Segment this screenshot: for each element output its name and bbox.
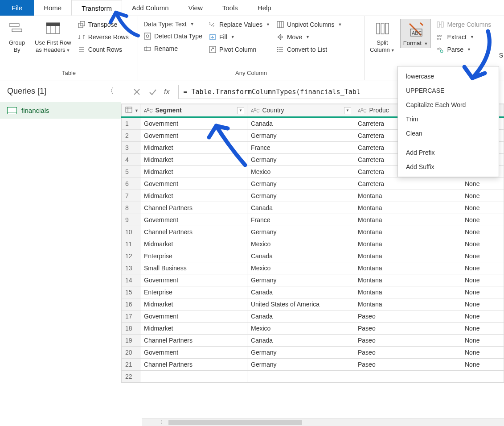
cell[interactable]: Germany (247, 274, 354, 286)
table-row[interactable]: 21Channel PartnersGermanyPaseoNone (122, 359, 504, 371)
row-number[interactable]: 8 (122, 202, 140, 214)
row-number[interactable]: 17 (122, 310, 140, 323)
cell[interactable]: Paseo (354, 335, 461, 347)
cell[interactable]: Montana (354, 214, 461, 226)
tab-tools[interactable]: Tools (213, 0, 248, 16)
table-row[interactable]: 6GovernmentGermanyCarreteraNone (122, 178, 504, 190)
cell[interactable]: Montana (354, 262, 461, 274)
count-rows-button[interactable]: Count Rows (77, 45, 130, 54)
cell[interactable]: Government (140, 130, 247, 142)
cell[interactable]: Mexico (247, 238, 354, 250)
format-button[interactable]: ABC Format ▼ (400, 19, 431, 48)
split-column-button[interactable]: Split Column▼ (369, 19, 396, 54)
table-row[interactable]: 8Channel PartnersCanadaMontanaNone (122, 202, 504, 214)
cell[interactable]: Canada (247, 310, 354, 323)
rename-button[interactable]: Rename (143, 44, 203, 54)
cell[interactable] (140, 371, 247, 383)
table-row[interactable]: 9GovernmentFranceMontanaNone (122, 214, 504, 226)
cell[interactable]: Canada (247, 117, 354, 130)
row-number[interactable]: 15 (122, 286, 140, 298)
cell[interactable]: Government (140, 310, 247, 323)
cell[interactable]: None (461, 178, 504, 190)
row-number[interactable]: 14 (122, 274, 140, 286)
row-number[interactable]: 10 (122, 226, 140, 238)
cell[interactable]: None (461, 274, 504, 286)
tab-file[interactable]: File (0, 0, 34, 16)
extract-button[interactable]: ABC123 Extract▼ (435, 32, 492, 42)
row-number[interactable]: 6 (122, 178, 140, 190)
format-lowercase[interactable]: lowercase (398, 69, 499, 83)
cell[interactable]: Paseo (354, 323, 461, 335)
cell[interactable]: Enterprise (140, 286, 247, 298)
cell[interactable]: Government (140, 274, 247, 286)
cell[interactable]: None (461, 238, 504, 250)
table-row[interactable]: 12EnterpriseCanadaMontanaNone (122, 250, 504, 262)
row-number[interactable]: 22 (122, 371, 140, 383)
cell[interactable]: Montana (354, 190, 461, 202)
row-number[interactable]: 13 (122, 262, 140, 274)
cell[interactable]: Germany (247, 178, 354, 190)
formula-commit-icon[interactable] (148, 87, 158, 97)
horizontal-scrollbar[interactable]: 〈 (142, 418, 504, 426)
cell[interactable] (247, 371, 354, 383)
cell[interactable]: Canada (247, 250, 354, 262)
row-selector-header[interactable]: ▼ (122, 104, 140, 117)
row-number[interactable]: 18 (122, 323, 140, 335)
cell[interactable]: Mexico (247, 166, 354, 178)
row-number[interactable]: 11 (122, 238, 140, 250)
cell[interactable]: None (461, 298, 504, 310)
table-row[interactable]: 15EnterpriseCanadaMontanaNone (122, 286, 504, 298)
cell[interactable]: France (247, 142, 354, 154)
cell[interactable]: Germany (247, 347, 354, 359)
format-add-prefix[interactable]: Add Prefix (398, 145, 499, 160)
fill-button[interactable]: Fill▼ (208, 32, 271, 42)
column-filter-icon[interactable]: ▼ (237, 107, 244, 114)
cell[interactable]: Midmarket (140, 298, 247, 310)
table-row[interactable]: 20GovernmentGermanyPaseoNone (122, 347, 504, 359)
merge-columns-button[interactable]: Merge Columns (435, 20, 492, 29)
row-number[interactable]: 7 (122, 190, 140, 202)
cell[interactable] (461, 371, 504, 383)
reverse-rows-button[interactable]: Reverse Rows (77, 32, 130, 42)
table-row[interactable]: 16MidmarketUnited States of AmericaMonta… (122, 298, 504, 310)
format-add-suffix[interactable]: Add Suffix (398, 160, 499, 174)
column-header-segment[interactable]: ABC Segment ▼ (140, 104, 247, 117)
transpose-button[interactable]: Transpose (77, 20, 130, 29)
cell[interactable]: United States of America (247, 298, 354, 310)
cell[interactable]: Government (140, 117, 247, 130)
cell[interactable]: None (461, 190, 504, 202)
cell[interactable]: Montana (354, 286, 461, 298)
cell[interactable]: Paseo (354, 359, 461, 371)
cell[interactable]: Paseo (354, 347, 461, 359)
cell[interactable]: None (461, 250, 504, 262)
cell[interactable]: Small Business (140, 262, 247, 274)
tab-transform[interactable]: Transform (71, 0, 122, 16)
row-number[interactable]: 3 (122, 142, 140, 154)
cell[interactable]: Channel Partners (140, 335, 247, 347)
cell[interactable]: Government (140, 214, 247, 226)
cell[interactable]: Government (140, 178, 247, 190)
table-row[interactable]: 22 (122, 371, 504, 383)
convert-to-list-button[interactable]: Convert to List (275, 45, 343, 54)
cell[interactable]: Mexico (247, 262, 354, 274)
row-number[interactable]: 20 (122, 347, 140, 359)
format-uppercase[interactable]: UPPERCASE (398, 83, 499, 98)
cell[interactable]: None (461, 262, 504, 274)
cell[interactable]: None (461, 310, 504, 323)
row-number[interactable]: 9 (122, 214, 140, 226)
row-number[interactable]: 2 (122, 130, 140, 142)
parse-button[interactable]: abc Parse▼ (435, 45, 492, 54)
table-row[interactable]: 13Small BusinessMexicoMontanaNone (122, 262, 504, 274)
cell[interactable]: Midmarket (140, 166, 247, 178)
cell[interactable]: None (461, 359, 504, 371)
cell[interactable]: Midmarket (140, 238, 247, 250)
cell[interactable]: Midmarket (140, 154, 247, 166)
row-number[interactable]: 1 (122, 117, 140, 130)
pivot-column-button[interactable]: Pivot Column (208, 45, 271, 54)
data-type-button[interactable]: Data Type: Text▼ (143, 20, 203, 29)
column-filter-icon[interactable]: ▼ (344, 107, 351, 114)
cell[interactable]: None (461, 226, 504, 238)
cell[interactable]: Montana (354, 238, 461, 250)
cell[interactable]: Montana (354, 250, 461, 262)
cell[interactable]: Montana (354, 274, 461, 286)
